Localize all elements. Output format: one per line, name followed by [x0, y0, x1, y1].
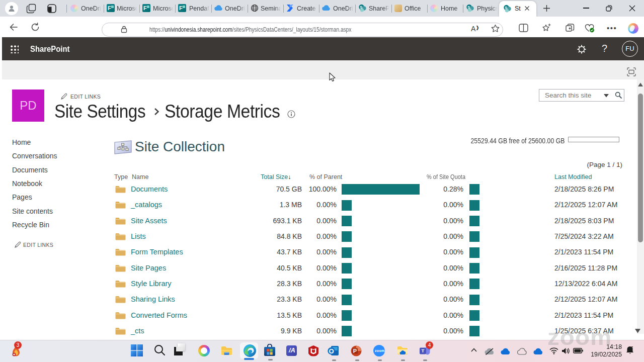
svg-text:z: z — [631, 345, 633, 349]
svg-text:S: S — [467, 5, 470, 10]
svg-text:S: S — [360, 5, 362, 10]
svg-text:O: O — [329, 347, 334, 355]
svg-text:P: P — [353, 348, 357, 354]
svg-text:S: S — [505, 6, 507, 10]
svg-text:T: T — [422, 348, 425, 353]
